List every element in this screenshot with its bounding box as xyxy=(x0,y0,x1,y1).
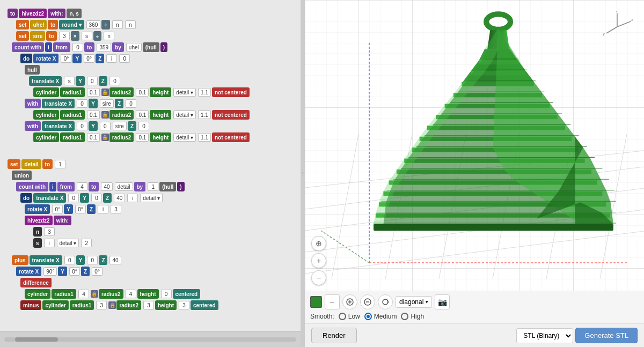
lock-icon-1[interactable]: 🔒 xyxy=(101,88,109,96)
val-ry3[interactable]: 0° xyxy=(69,267,80,276)
rotate-view-button[interactable] xyxy=(378,294,393,309)
block-tz1[interactable]: Z xyxy=(99,76,107,86)
zoom-out-button[interactable]: − xyxy=(311,270,326,285)
val-hev[interactable]: 3 xyxy=(179,301,189,309)
block-set2[interactable]: set xyxy=(16,31,29,41)
block-ty1[interactable]: Y xyxy=(76,76,85,86)
val-tx4[interactable]: 0 xyxy=(68,194,79,202)
block-n[interactable]: n, s xyxy=(67,9,81,18)
val-tx2[interactable]: 0 xyxy=(77,99,87,108)
val-detail2[interactable]: detail xyxy=(115,182,133,191)
block-s-label[interactable]: s xyxy=(33,238,42,248)
block-count[interactable]: count with xyxy=(12,42,44,52)
block-with4[interactable]: with: xyxy=(54,216,71,225)
val-s[interactable]: s xyxy=(82,32,92,40)
block-div[interactable]: ÷ xyxy=(101,20,110,29)
block-with3[interactable]: with xyxy=(25,121,41,131)
block-to[interactable]: to xyxy=(8,9,18,18)
val-359[interactable]: 359 xyxy=(97,43,111,51)
block-cyl2[interactable]: cylinder xyxy=(33,110,59,120)
val-tz4v[interactable]: 40 xyxy=(114,194,125,202)
block-hull-paren[interactable]: (hull xyxy=(143,42,159,52)
block-rotate[interactable]: rotate X xyxy=(33,54,58,63)
block-hivezdz2[interactable]: hivezdz2 xyxy=(19,9,47,18)
block-n-label[interactable]: n xyxy=(33,227,42,237)
val-ty5v[interactable]: 0 xyxy=(87,256,98,264)
val-ty2v[interactable]: sire xyxy=(100,99,114,108)
val-from2[interactable]: 4 xyxy=(77,182,87,191)
val-ty3v[interactable]: 0 xyxy=(100,122,111,130)
screenshot-button[interactable]: 📷 xyxy=(435,294,450,309)
val-detail3[interactable]: detail ▾ xyxy=(140,194,163,202)
block-union[interactable]: union xyxy=(12,171,32,180)
stl-format-select[interactable]: STL (Binary) STL (ASCII) OBJ xyxy=(516,328,573,343)
val-ty1v[interactable]: 0 xyxy=(87,77,98,85)
block-do2[interactable]: do xyxy=(20,193,32,203)
block-ty4[interactable]: Y xyxy=(80,193,89,203)
block-tz4[interactable]: Z xyxy=(103,193,112,203)
block-hull4[interactable]: ) xyxy=(177,182,184,191)
3d-viewport[interactable]: x z y ⊕ + − xyxy=(305,0,644,291)
block-set-detail[interactable]: set xyxy=(8,159,20,169)
val-r2dv[interactable]: 4 xyxy=(126,290,136,298)
block-h2[interactable]: height xyxy=(150,110,171,120)
zoom-plus-button[interactable] xyxy=(342,294,357,309)
val-n4[interactable]: 3 xyxy=(44,227,55,236)
val-tx3[interactable]: 0 xyxy=(77,122,87,130)
block-z3[interactable]: Z xyxy=(81,267,90,276)
block-to-detail[interactable]: to xyxy=(42,159,53,169)
val-tz5v[interactable]: 40 xyxy=(109,256,121,264)
block-detail-var[interactable]: detail xyxy=(21,159,41,169)
val-i3[interactable]: i xyxy=(127,194,138,202)
smooth-high-radio[interactable] xyxy=(401,313,408,320)
smooth-high-option[interactable]: High xyxy=(401,313,424,320)
val-i2[interactable]: i xyxy=(106,54,117,63)
block-r1[interactable]: radius1 xyxy=(60,87,85,97)
block-by[interactable]: by xyxy=(112,42,124,52)
block-cyl3[interactable]: cylinder xyxy=(33,132,59,142)
val-sire2[interactable]: sire xyxy=(113,122,127,130)
scrollbar-thumb[interactable] xyxy=(15,337,58,342)
val-n2[interactable]: n xyxy=(125,20,136,29)
block-centered2[interactable]: centered xyxy=(191,300,218,310)
block-from[interactable]: from xyxy=(53,42,70,52)
block-by2[interactable]: by xyxy=(134,182,146,191)
val-ty4v[interactable]: 0 xyxy=(91,194,102,202)
block-translate2[interactable]: translate X xyxy=(42,99,75,108)
val-detail4[interactable]: detail ▾ xyxy=(57,239,79,247)
block-rotate3[interactable]: rotate X xyxy=(16,267,41,276)
view-dropdown[interactable]: diagonal ▾ xyxy=(396,296,432,308)
block-sire[interactable]: sire xyxy=(30,31,45,41)
block-to5[interactable]: to xyxy=(89,182,99,191)
block-ty2[interactable]: Y xyxy=(89,99,98,108)
model-color-swatch[interactable] xyxy=(310,296,322,308)
block-cyl1[interactable]: cylinder xyxy=(33,87,59,97)
lock-icon-2[interactable]: 🔒 xyxy=(101,111,109,119)
val-by2[interactable]: 1 xyxy=(148,182,158,191)
block-ty5[interactable]: Y xyxy=(76,255,85,265)
block-nc3[interactable]: not centered xyxy=(212,132,250,142)
lock-icon-5[interactable]: 🔒 xyxy=(108,301,116,309)
lock-icon-4[interactable]: 🔒 xyxy=(91,290,98,298)
val-360[interactable]: 360 xyxy=(86,20,101,29)
block-tz3[interactable]: Z xyxy=(128,121,136,131)
drop-detail1[interactable]: detail ▾ xyxy=(173,88,196,97)
val-r1bv[interactable]: 0.1 xyxy=(87,110,100,119)
block-r1b[interactable]: radius1 xyxy=(60,110,85,120)
block-r2d[interactable]: radius2 xyxy=(99,289,123,299)
block-z[interactable]: Z xyxy=(96,54,104,63)
block-with[interactable]: with: xyxy=(48,9,65,18)
block-to2[interactable]: to xyxy=(48,20,58,29)
code-blocks-area[interactable]: to hivezdz2 with: n, s set uhel to round… xyxy=(0,0,301,331)
val-r2ev[interactable]: 3 xyxy=(143,301,154,309)
val-tz2v[interactable]: 0 xyxy=(126,99,136,108)
smooth-low-radio[interactable] xyxy=(339,313,346,320)
block-r1d[interactable]: radius1 xyxy=(52,289,76,299)
drop-detail2[interactable]: detail ▾ xyxy=(173,110,196,119)
val-r1dv[interactable]: 4 xyxy=(78,290,89,298)
block-i2[interactable]: i xyxy=(49,182,56,191)
block-r2[interactable]: radius2 xyxy=(109,87,134,97)
block-he[interactable]: height xyxy=(155,300,177,310)
val-r2v[interactable]: 0.1 xyxy=(136,88,149,97)
block-h3[interactable]: height xyxy=(150,132,171,142)
